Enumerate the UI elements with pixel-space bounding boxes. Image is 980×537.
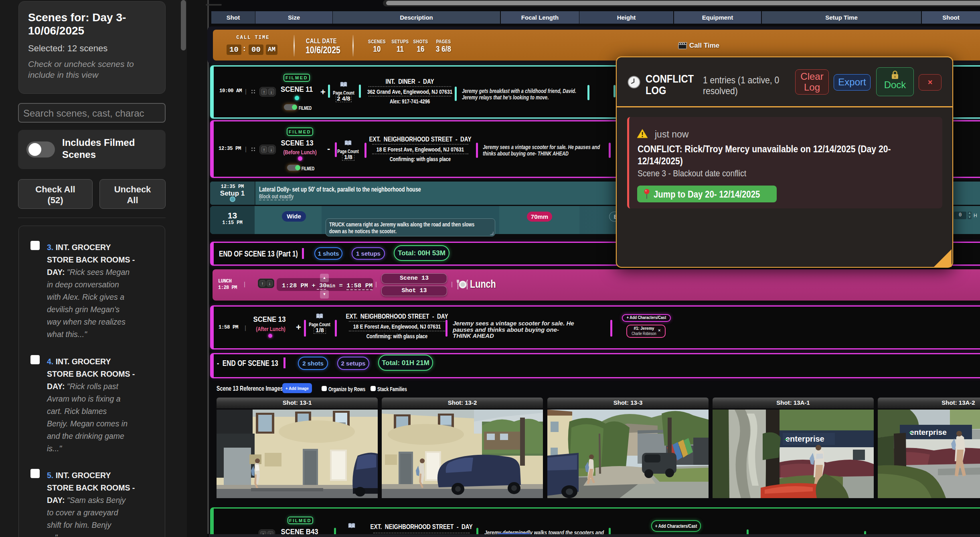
svg-text:-: - bbox=[785, 433, 788, 444]
svg-text:enterprise: enterprise bbox=[786, 434, 824, 443]
svg-text:enterprise: enterprise bbox=[910, 428, 947, 436]
svg-text:-: - bbox=[909, 427, 912, 437]
